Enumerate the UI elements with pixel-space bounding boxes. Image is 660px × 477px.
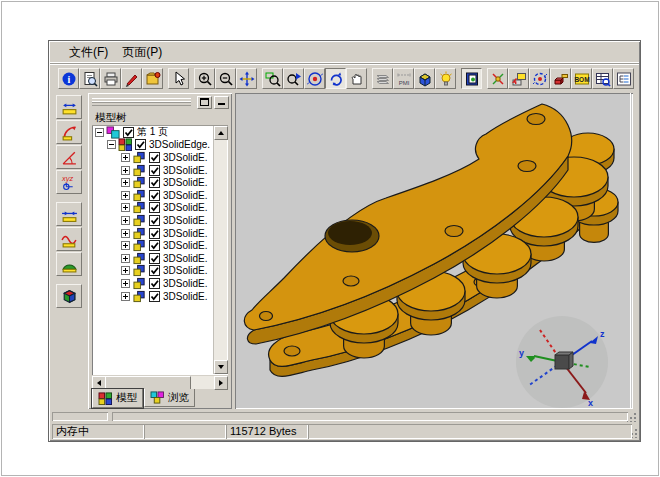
expander-plus-icon[interactable] <box>121 166 130 175</box>
menu-item-page[interactable]: 页面(P) <box>115 42 169 63</box>
tree-node-part-1[interactable]: 3DSolidE. <box>93 151 214 164</box>
expander-plus-icon[interactable] <box>121 254 130 263</box>
expander-plus-icon[interactable] <box>121 266 130 275</box>
expander-plus-icon[interactable] <box>121 229 130 238</box>
checkbox-checked-icon[interactable] <box>149 190 160 201</box>
angle-dimension-button[interactable] <box>56 145 82 169</box>
checkbox-checked-icon[interactable] <box>149 165 160 176</box>
bom-button[interactable]: BOM <box>571 68 592 89</box>
tab-browse[interactable]: 浏览 <box>144 389 195 407</box>
panel-header[interactable] <box>92 96 229 108</box>
expander-plus-icon[interactable] <box>121 191 130 200</box>
expander-plus-icon[interactable] <box>121 203 130 212</box>
part-cubes-icon <box>132 252 147 265</box>
pmi-button[interactable]: PMI <box>393 68 414 89</box>
checkbox-checked-icon[interactable] <box>149 215 160 226</box>
tree-node-part-5[interactable]: 3DSolidE. <box>93 202 214 215</box>
rotate-button[interactable] <box>325 68 346 89</box>
tree-node-part-10[interactable]: 3DSolidE. <box>93 265 214 278</box>
tree-node-part-3[interactable]: 3DSolidE. <box>93 176 214 189</box>
scroll-up-button[interactable] <box>214 126 228 140</box>
scroll-down-button[interactable] <box>214 360 228 374</box>
expander-minus-icon[interactable] <box>107 140 116 149</box>
coordinate-dimension-button[interactable]: xyz <box>56 170 82 194</box>
explode-button[interactable] <box>487 68 508 89</box>
tree-node-part-9[interactable]: 3DSolidE. <box>93 252 214 265</box>
checkbox-checked-icon[interactable] <box>123 127 134 138</box>
expander-plus-icon[interactable] <box>121 292 130 301</box>
checkbox-checked-icon[interactable] <box>149 202 160 213</box>
arrow-down-icon <box>218 365 224 369</box>
about-button[interactable]: i <box>58 68 79 89</box>
menu-item-file[interactable]: 文件(F) <box>62 42 115 63</box>
lighting-button[interactable] <box>435 68 456 89</box>
expander-minus-icon[interactable] <box>95 128 104 137</box>
pan-button[interactable] <box>236 68 257 89</box>
structure-tree-button[interactable] <box>613 68 634 89</box>
distance-dimension-button[interactable] <box>56 202 82 226</box>
expander-plus-icon[interactable] <box>121 241 130 250</box>
notebook-button[interactable] <box>461 68 482 89</box>
expander-plus-icon[interactable] <box>121 216 130 225</box>
annotate-button[interactable] <box>121 68 142 89</box>
linear-dimension-button[interactable] <box>56 95 82 119</box>
zoom-in-button[interactable] <box>194 68 215 89</box>
3d-viewport[interactable]: z x y <box>235 93 633 409</box>
checkbox-checked-icon[interactable] <box>149 152 160 163</box>
tree-horizontal-scrollbar[interactable] <box>92 376 228 389</box>
panel-minimize-button[interactable] <box>214 96 229 109</box>
arc-dimension-button[interactable] <box>56 252 82 276</box>
zoom-out-button[interactable] <box>215 68 236 89</box>
tree-node-part-11[interactable]: 3DSolidE. <box>93 277 214 290</box>
tab-model[interactable]: 模型 <box>92 389 143 408</box>
pan-hand-button[interactable] <box>346 68 367 89</box>
part-cubes-icon <box>132 201 147 214</box>
expander-plus-icon[interactable] <box>121 153 130 162</box>
section-view-button[interactable] <box>56 284 82 308</box>
tree-node-part-7[interactable]: 3DSolidE. <box>93 227 214 240</box>
tree-node-assembly[interactable]: 3DSolidEdge. <box>93 139 214 152</box>
panel-maximize-button[interactable] <box>197 96 212 109</box>
tree-node-page[interactable]: 第 1 页 <box>93 126 214 139</box>
tree-node-part-2[interactable]: 3DSolidE. <box>93 164 214 177</box>
tree-node-part-8[interactable]: 3DSolidE. <box>93 239 214 252</box>
radius-dimension-button[interactable] <box>56 120 82 144</box>
expander-plus-icon[interactable] <box>121 279 130 288</box>
scrollbar-thumb[interactable] <box>105 376 191 390</box>
curve-dimension-button[interactable] <box>56 227 82 251</box>
zoom-window-button[interactable] <box>262 68 283 89</box>
expander-plus-icon[interactable] <box>121 178 130 187</box>
checkbox-checked-icon[interactable] <box>149 278 160 289</box>
checkbox-checked-icon[interactable] <box>149 291 160 302</box>
print-button[interactable] <box>100 68 121 89</box>
select-button[interactable] <box>168 68 189 89</box>
checkbox-checked-icon[interactable] <box>149 177 160 188</box>
checkbox-checked-icon[interactable] <box>149 253 160 264</box>
view-3d-button[interactable] <box>414 68 435 89</box>
radius-dim-icon <box>61 124 78 141</box>
export-button[interactable] <box>142 68 163 89</box>
scroll-right-button[interactable] <box>214 376 228 390</box>
orbit-target-button[interactable] <box>304 68 325 89</box>
tree-node-part-4[interactable]: 3DSolidE. <box>93 189 214 202</box>
tree-vertical-scrollbar[interactable] <box>213 126 227 374</box>
checkbox-checked-icon[interactable] <box>149 228 160 239</box>
scroll-left-button[interactable] <box>92 376 106 390</box>
checkbox-checked-icon[interactable] <box>149 265 160 276</box>
tree-node-part-12[interactable]: 3DSolidE. <box>93 290 214 303</box>
checkbox-checked-icon[interactable] <box>135 139 146 150</box>
checkbox-checked-icon[interactable] <box>149 240 160 251</box>
toolbar-group-4 <box>262 68 367 89</box>
table-find-button[interactable] <box>592 68 613 89</box>
solids-button[interactable] <box>550 68 571 89</box>
zoom-dynamic-button[interactable] <box>283 68 304 89</box>
tree-node-part-6[interactable]: 3DSolidE. <box>93 214 214 227</box>
strip-grip[interactable] <box>627 412 637 422</box>
spin-button[interactable] <box>529 68 550 89</box>
capture-button[interactable] <box>508 68 529 89</box>
panel-grip[interactable] <box>92 98 191 106</box>
layers-button[interactable] <box>372 68 393 89</box>
tab-label: 浏览 <box>168 391 189 405</box>
part-cubes-icon <box>132 176 147 189</box>
print-preview-button[interactable] <box>79 68 100 89</box>
